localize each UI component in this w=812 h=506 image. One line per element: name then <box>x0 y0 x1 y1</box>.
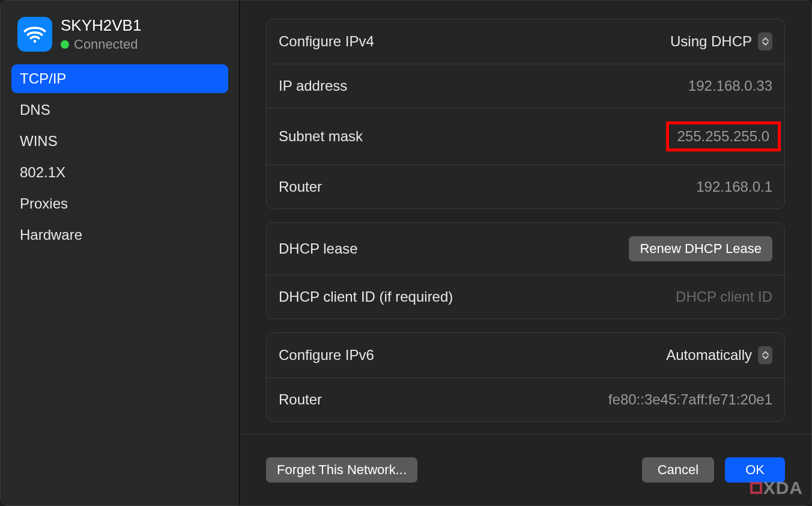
sidebar-item-8021x[interactable]: 802.1X <box>11 158 228 187</box>
configure-ipv4-value-wrap: Using DHCP <box>670 32 772 50</box>
ip-address-row: IP address 192.168.0.33 <box>267 64 784 108</box>
network-header: SKYH2VB1 Connected <box>11 13 228 56</box>
network-name: SKYH2VB1 <box>61 16 141 35</box>
router-ipv4-value: 192.168.0.1 <box>696 178 772 195</box>
cancel-button[interactable]: Cancel <box>642 457 714 483</box>
renew-dhcp-button[interactable]: Renew DHCP Lease <box>629 236 772 261</box>
configure-ipv6-value-wrap: Automatically <box>666 346 772 364</box>
sidebar-item-wins[interactable]: WINS <box>11 127 228 156</box>
connection-status: Connected <box>61 37 141 52</box>
ipv6-section: Configure IPv6 Automatically Router fe80… <box>266 332 785 422</box>
subnet-mask-label: Subnet mask <box>279 128 363 145</box>
sidebar-item-dns[interactable]: DNS <box>11 96 228 124</box>
watermark: XDA <box>750 478 803 498</box>
router-ipv4-label: Router <box>279 178 322 195</box>
router-ipv4-row: Router 192.168.0.1 <box>267 165 784 209</box>
forget-network-button[interactable]: Forget This Network... <box>266 457 417 483</box>
dhcp-client-id-row: DHCP client ID (if required) DHCP client… <box>267 275 784 319</box>
main-panel: Configure IPv4 Using DHCP IP address 192… <box>240 1 811 505</box>
sidebar-item-proxies[interactable]: Proxies <box>11 189 228 218</box>
sidebar: SKYH2VB1 Connected TCP/IP DNS WINS 802.1… <box>1 1 240 505</box>
sidebar-item-hardware[interactable]: Hardware <box>11 221 228 249</box>
configure-ipv6-label: Configure IPv6 <box>279 347 374 364</box>
wifi-icon <box>17 17 52 52</box>
content-area: Configure IPv4 Using DHCP IP address 192… <box>240 1 811 434</box>
router-ipv6-row: Router fe80::3e45:7aff:fe71:20e1 <box>267 378 784 421</box>
subnet-mask-row: Subnet mask 255.255.255.0 <box>267 108 784 165</box>
dhcp-lease-label: DHCP lease <box>279 240 358 257</box>
dhcp-client-id-label: DHCP client ID (if required) <box>279 288 453 305</box>
ip-address-value: 192.168.0.33 <box>688 78 772 94</box>
configure-ipv4-label: Configure IPv4 <box>279 33 374 50</box>
configure-ipv6-dropdown[interactable] <box>758 346 772 364</box>
dhcp-lease-row: DHCP lease Renew DHCP Lease <box>267 223 784 275</box>
dhcp-client-id-input[interactable]: DHCP client ID <box>676 288 772 305</box>
dhcp-section: DHCP lease Renew DHCP Lease DHCP client … <box>266 222 785 319</box>
configure-ipv4-dropdown[interactable] <box>758 32 772 50</box>
ip-address-label: IP address <box>279 78 347 94</box>
status-text: Connected <box>74 37 138 52</box>
status-dot-icon <box>61 40 69 49</box>
subnet-highlight: 255.255.255.0 <box>666 121 781 151</box>
watermark-text: XDA <box>763 478 803 498</box>
footer: Forget This Network... Cancel OK <box>240 434 811 505</box>
ipv4-section: Configure IPv4 Using DHCP IP address 192… <box>266 19 785 209</box>
svg-point-0 <box>34 40 37 43</box>
watermark-icon <box>750 482 762 494</box>
router-ipv6-value: fe80::3e45:7aff:fe71:20e1 <box>608 391 772 408</box>
configure-ipv6-row: Configure IPv6 Automatically <box>267 333 784 378</box>
configure-ipv4-row: Configure IPv4 Using DHCP <box>267 19 784 64</box>
network-info: SKYH2VB1 Connected <box>61 16 141 52</box>
router-ipv6-label: Router <box>279 391 322 408</box>
configure-ipv6-value: Automatically <box>666 347 752 364</box>
sidebar-item-tcpip[interactable]: TCP/IP <box>11 64 228 93</box>
subnet-mask-value: 255.255.255.0 <box>677 128 769 145</box>
configure-ipv4-value: Using DHCP <box>670 33 752 50</box>
